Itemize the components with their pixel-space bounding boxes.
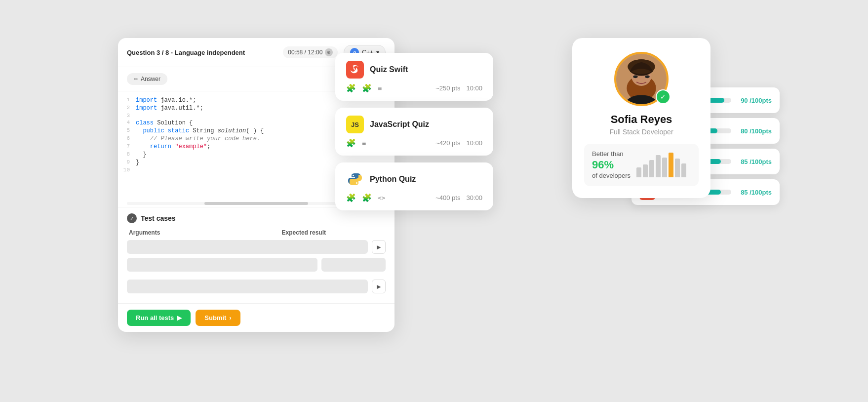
test-row-2 [127,258,386,272]
quiz-card-python[interactable]: Python Quiz 🧩 🧩 <> ~400 pts 30:00 [335,162,493,210]
profile-name: Sofia Reyes [611,113,672,126]
quiz-swift-time: 10:00 [466,84,482,92]
svg-point-0 [353,175,354,176]
bar-7 [675,159,680,177]
line-number: 4 [118,120,136,125]
run-icon: ▶ [177,314,182,322]
puzzle-icon-3: 🧩 [346,138,356,148]
line-number: 10 [118,167,136,173]
puzzle-icon-4: 🧩 [346,193,356,202]
pencil-icon: ✏ [134,76,138,82]
line-number: 1 [118,97,136,103]
svg-point-7 [633,76,637,79]
test-table-header: Arguments Expected result [127,229,386,236]
skill-score-js: 90 /100pts [737,97,772,104]
answer-tab-label: Answer [141,76,160,82]
quiz-js-title-row: JS JavaScript Quiz [346,116,482,133]
quiz-cards-area: Quiz Swift 🧩 🧩 ≡ ~250 pts 10:00 JS JavaS… [335,53,493,210]
puzzle-icon-5: 🧩 [362,193,372,202]
submit-button[interactable]: Submit › [196,310,240,326]
puzzle-icon-2: 🧩 [362,83,372,93]
run-test-1-button[interactable]: ▶ [372,240,386,254]
profile-role: Full Stack Developer [609,128,673,136]
line-number: 5 [118,127,136,133]
better-than-text: Better than 96% of developers [592,150,631,180]
line-number: 2 [118,105,136,111]
test-row-1: ▶ [127,240,386,254]
chart-bars [636,153,686,177]
puzzle-icon-1: 🧩 [346,83,356,93]
quiz-swift-meta: 🧩 🧩 ≡ ~250 pts 10:00 [346,83,482,93]
avatar-wrap: ✓ [614,52,669,106]
better-than-box: Better than 96% of developers [584,144,699,186]
bar-1 [636,167,641,177]
scrollbar-thumb [204,202,308,205]
js-label: JS [351,121,359,128]
skill-score-swift: 85 /100pts [737,189,772,196]
timer-badge: 00:58 / 12:00 ⊕ [283,46,338,58]
bar-2 [643,164,648,177]
submit-label: Submit [204,314,226,322]
quiz-js-pts: ~420 pts [435,139,460,147]
test-cases-header: ✓ Test cases [127,213,386,223]
python-lang-icon [346,170,364,188]
test-result-2[interactable] [321,258,386,272]
verified-badge: ✓ [656,89,671,104]
run-all-tests-button[interactable]: Run all tests ▶ [127,310,191,326]
run-test-3-button[interactable]: ▶ [372,280,386,293]
quiz-js-time: 10:00 [466,139,482,147]
quiz-python-name: Python Quiz [370,175,416,184]
list-icon: ≡ [378,84,382,92]
line-number: 6 [118,135,136,141]
test-input-1[interactable] [127,240,368,254]
svg-point-8 [645,76,649,79]
line-number: 3 [118,113,136,119]
quiz-card-swift[interactable]: Quiz Swift 🧩 🧩 ≡ ~250 pts 10:00 [335,53,493,101]
line-number: 8 [118,151,136,157]
timer-value: 00:58 / 12:00 [288,49,322,56]
quiz-swift-pts: ~250 pts [435,84,460,92]
test-cases-section: ✓ Test cases Arguments Expected result ▶… [118,207,395,303]
bar-5 [662,158,667,177]
bar-3 [649,160,654,177]
better-pct: 96% [592,159,631,171]
list-icon-2: ≡ [362,139,366,147]
quiz-python-pts: ~400 pts [435,194,460,201]
svg-point-1 [356,182,357,184]
quiz-python-meta: 🧩 🧩 <> ~400 pts 30:00 [346,193,482,202]
quiz-js-meta: 🧩 ≡ ~420 pts 10:00 [346,138,482,148]
of-developers: of developers [592,171,631,180]
quiz-python-time: 30:00 [466,194,482,201]
js-lang-icon: JS [346,116,364,133]
line-number: 7 [118,143,136,149]
quiz-js-name: JavaScript Quiz [370,120,429,129]
run-all-label: Run all tests [136,314,174,322]
timer-icon: ⊕ [325,48,333,56]
quiz-title-row: Quiz Swift [346,61,482,79]
quiz-card-js[interactable]: JS JavaScript Quiz 🧩 ≡ ~420 pts 10:00 [335,108,493,156]
swift-lang-icon [346,61,364,79]
quiz-swift-name: Quiz Swift [370,65,408,74]
test-row-3: ▶ [127,280,386,293]
spacer [127,276,386,280]
profile-card: ✓ Sofia Reyes Full Stack Developer Bette… [572,38,710,198]
skill-score-angular: 80 /100pts [737,127,772,135]
bar-6-highlight [669,153,673,177]
code-footer: Run all tests ▶ Submit › [118,303,395,332]
bar-4 [656,155,661,177]
check-circle-icon: ✓ [127,213,137,223]
submit-arrow-icon: › [229,314,231,322]
test-cases-label: Test cases [141,214,176,222]
skill-score-python: 85 /100pts [737,158,772,165]
line-number: 9 [118,159,136,165]
bar-8 [681,163,686,177]
result-column-header: Expected result [282,229,384,236]
answer-tab-button[interactable]: ✏ Answer [127,73,167,85]
scene: Question 3 / 8 - Language independent 00… [88,23,780,379]
test-input-2[interactable] [127,258,317,272]
quiz-python-title-row: Python Quiz [346,170,482,188]
args-column-header: Arguments [129,229,282,236]
code-icon: <> [378,194,386,201]
test-input-3[interactable] [127,280,368,293]
question-title: Question 3 / 8 - Language independent [127,49,277,56]
